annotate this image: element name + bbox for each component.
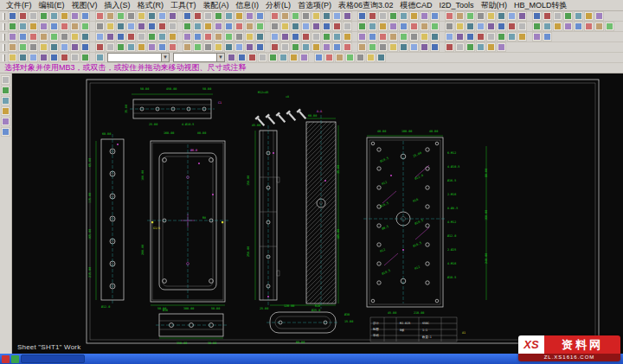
toolbar-icon[interactable] bbox=[106, 22, 115, 31]
toolbar-icon[interactable] bbox=[126, 22, 136, 31]
view-bottom-gasket[interactable] bbox=[267, 305, 339, 333]
toolbar-icon[interactable] bbox=[486, 32, 496, 42]
toolbar-icon[interactable] bbox=[378, 32, 388, 42]
toolbar-icon[interactable] bbox=[183, 32, 192, 42]
line-style-combo[interactable]: ▼ bbox=[173, 53, 225, 62]
menu-item[interactable]: 插入(S) bbox=[101, 0, 134, 11]
toolbar-icon[interactable] bbox=[420, 11, 429, 21]
toolbar-icon[interactable] bbox=[80, 32, 90, 42]
toolbar-icon[interactable] bbox=[497, 32, 506, 42]
toolbar-icon[interactable] bbox=[18, 11, 28, 21]
toolbar-icon[interactable] bbox=[376, 53, 386, 62]
toolbar-icon[interactable] bbox=[399, 11, 408, 21]
toolbar-icon[interactable] bbox=[116, 22, 125, 31]
toolbar-icon[interactable] bbox=[168, 32, 177, 42]
toolbar-icon[interactable] bbox=[270, 42, 279, 52]
toolbar-icon[interactable] bbox=[356, 53, 365, 62]
toolbar-icon[interactable] bbox=[517, 22, 527, 31]
toolbar-icon[interactable] bbox=[29, 42, 38, 52]
toolbar-icon[interactable] bbox=[60, 53, 69, 62]
toolbar-icon[interactable] bbox=[80, 11, 90, 21]
toolbar-icon[interactable] bbox=[409, 42, 419, 52]
toolbar-icon[interactable] bbox=[409, 22, 419, 31]
toolbar-icon[interactable] bbox=[497, 22, 506, 31]
menu-item[interactable]: I2D_Tools bbox=[436, 1, 478, 10]
toolbar-icon[interactable] bbox=[95, 22, 105, 31]
toolbar-icon[interactable] bbox=[357, 22, 367, 31]
toolbar-icon[interactable] bbox=[389, 22, 398, 31]
toolbar-icon[interactable] bbox=[245, 32, 254, 42]
toolbar-icon[interactable] bbox=[70, 22, 80, 31]
toolbar-icon[interactable] bbox=[301, 22, 311, 31]
toolbar-icon[interactable] bbox=[60, 22, 69, 31]
toolbar-icon[interactable] bbox=[60, 42, 69, 52]
toolbar-icon[interactable] bbox=[409, 11, 419, 21]
toolbar-icon[interactable] bbox=[245, 42, 254, 52]
toolbar-icon[interactable] bbox=[466, 42, 475, 52]
toolbar-icon[interactable] bbox=[543, 22, 552, 31]
toolbar-icon[interactable] bbox=[157, 32, 167, 42]
toolbar-icon[interactable] bbox=[8, 11, 17, 21]
toolbar-icon[interactable] bbox=[18, 32, 28, 42]
toolbar-icon[interactable] bbox=[280, 32, 290, 42]
toolbar-icon[interactable] bbox=[116, 42, 125, 52]
toolbar-icon[interactable] bbox=[532, 32, 542, 42]
toolbar-icon[interactable] bbox=[430, 11, 440, 21]
toolbar-icon[interactable] bbox=[420, 22, 429, 31]
toolbar-icon[interactable] bbox=[584, 22, 594, 31]
toolbar-icon[interactable] bbox=[399, 22, 408, 31]
toolbar-icon[interactable] bbox=[137, 11, 146, 21]
toolbar-icon[interactable] bbox=[455, 22, 465, 31]
toolbar-icon[interactable] bbox=[106, 42, 115, 52]
toolbar-grip[interactable] bbox=[3, 44, 5, 51]
toolbar-icon[interactable] bbox=[1, 106, 10, 116]
toolbar-icon[interactable] bbox=[345, 53, 355, 62]
toolbar-icon[interactable] bbox=[147, 32, 157, 42]
menu-item[interactable]: HB_MOLD转换 bbox=[511, 0, 571, 11]
toolbar-icon[interactable] bbox=[476, 22, 485, 31]
toolbar-icon[interactable] bbox=[183, 11, 192, 21]
toolbar-icon[interactable] bbox=[445, 42, 454, 52]
chevron-down-icon[interactable]: ▼ bbox=[161, 54, 169, 61]
toolbar-icon[interactable] bbox=[289, 53, 299, 62]
toolbar-icon[interactable] bbox=[409, 32, 419, 42]
toolbar-icon[interactable] bbox=[126, 32, 136, 42]
chevron-down-icon[interactable]: ▼ bbox=[216, 54, 224, 61]
toolbar-icon[interactable] bbox=[378, 22, 388, 31]
toolbar-icon[interactable] bbox=[18, 53, 28, 62]
toolbar-icon[interactable] bbox=[168, 42, 177, 52]
toolbar-icon[interactable] bbox=[116, 32, 125, 42]
toolbar-icon[interactable] bbox=[553, 22, 562, 31]
toolbar-icon[interactable] bbox=[301, 11, 311, 21]
toolbar-icon[interactable] bbox=[455, 32, 465, 42]
toolbar-icon[interactable] bbox=[312, 42, 321, 52]
toolbar-icon[interactable] bbox=[280, 42, 290, 52]
toolbar-icon[interactable] bbox=[291, 32, 300, 42]
toolbar-icon[interactable] bbox=[193, 32, 202, 42]
toolbar-icon[interactable] bbox=[203, 42, 213, 52]
toolbar-icon[interactable] bbox=[29, 22, 38, 31]
toolbar-icon[interactable] bbox=[147, 11, 157, 21]
toolbar-icon[interactable] bbox=[543, 11, 552, 21]
layer-combo[interactable]: ▼ bbox=[107, 53, 170, 62]
toolbar-icon[interactable] bbox=[399, 32, 408, 42]
toolbar-icon[interactable] bbox=[18, 22, 28, 31]
toolbar-icon[interactable] bbox=[280, 22, 290, 31]
toolbar-icon[interactable] bbox=[301, 32, 311, 42]
toolbar-icon[interactable] bbox=[430, 22, 440, 31]
toolbar-icon[interactable] bbox=[1, 117, 10, 126]
toolbar-icon[interactable] bbox=[80, 53, 90, 62]
toolbar-icon[interactable] bbox=[39, 22, 48, 31]
toolbar-icon[interactable] bbox=[1, 127, 10, 137]
toolbar-icon[interactable] bbox=[227, 53, 236, 62]
menu-item[interactable]: 表格06查询3.02 bbox=[335, 0, 397, 11]
toolbar-icon[interactable] bbox=[29, 53, 38, 62]
toolbar-icon[interactable] bbox=[234, 32, 244, 42]
toolbar-icon[interactable] bbox=[378, 11, 388, 21]
toolbar-icon[interactable] bbox=[486, 11, 496, 21]
toolbar-icon[interactable] bbox=[445, 32, 454, 42]
toolbar-icon[interactable] bbox=[193, 11, 202, 21]
toolbar-icon[interactable] bbox=[29, 32, 38, 42]
taskbar-app-icon[interactable] bbox=[11, 355, 19, 363]
toolbar-icon[interactable] bbox=[335, 53, 344, 62]
